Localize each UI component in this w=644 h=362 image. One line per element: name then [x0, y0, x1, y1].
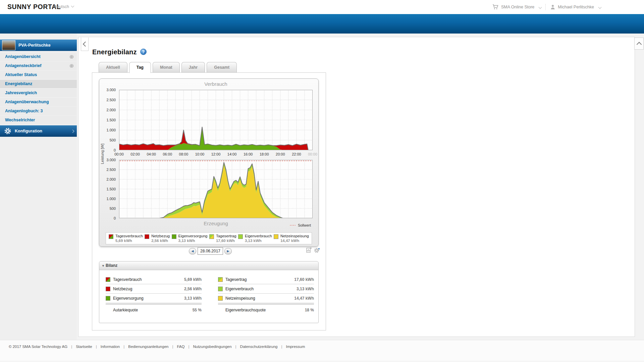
balance-label: Tagesverbrauch	[113, 277, 181, 282]
y-tick-label: 1.000	[106, 128, 116, 132]
x-tick-label: 00:00	[114, 152, 124, 156]
sidebar-item-label: Anlagenlogbuch: 3	[5, 109, 43, 113]
chevron-down-icon	[598, 5, 602, 9]
legend-swatch-icon	[209, 234, 214, 239]
sidebar-item-anlagenlogbuch-3[interactable]: Anlagenlogbuch: 3	[0, 107, 77, 115]
chart-title-verbrauch: Verbrauch	[119, 81, 313, 87]
nav-banner	[0, 14, 644, 34]
balance-header[interactable]: ▾Bilanz	[99, 261, 318, 270]
sidebar-item-aktueller-status[interactable]: Aktueller Status	[0, 71, 77, 79]
footer-separator: |	[277, 345, 286, 349]
x-tick-label: 12:00	[211, 152, 221, 156]
sidebar-item-label: Aktueller Status	[5, 72, 37, 77]
sidebar-menu: AnlagenübersichtAnlagensteckbriefAktuell…	[0, 53, 77, 124]
scroll-top-button[interactable]	[634, 38, 644, 50]
x-tick-label: 06:00	[163, 152, 172, 156]
legend-label: Netzeinspeisung	[280, 234, 309, 238]
footer-link-bedienungsanleitungen[interactable]: Bedienungsanleitungen	[128, 345, 168, 349]
tab-jahr[interactable]: Jahr	[181, 62, 205, 72]
x-axis-ticks: 00:0002:0004:0006:0008:0010:0012:0014:00…	[119, 152, 313, 157]
user-menu[interactable]: Michael Perlitschke	[550, 4, 601, 10]
balance-row: Eigenversorgung3,13 kWh	[106, 294, 202, 303]
legend-swatch-icon	[106, 296, 110, 301]
balance-column-left: Tagesverbrauch5,69 kWhNetzbezug2,56 kWhE…	[106, 275, 202, 316]
balance-label: Netzbezug	[113, 287, 181, 291]
station-name: PVA-Perlitschke	[18, 43, 51, 48]
balance-label: Eigenversorgung	[113, 296, 181, 301]
sidebar-item-jahresvergleich[interactable]: Jahresvergleich	[0, 89, 77, 97]
legend-label: Eigenversorgung	[178, 234, 208, 238]
legend-label: Eigenverbrauch	[245, 234, 272, 238]
sidebar-item-anlagenüberwachung[interactable]: Anlagenüberwachung	[0, 98, 77, 106]
y-axis-ticks-top: 3.0002.5002.0001.5001.0005000	[99, 90, 118, 150]
footer-link-impressum[interactable]: Impressum	[286, 345, 305, 349]
balance-panel: ▾Bilanz Tagesverbrauch5,69 kWhNetzbezug2…	[99, 261, 319, 323]
sidebar-item-label: Energiebilanz	[5, 81, 32, 86]
x-tick-label: 14:00	[227, 152, 237, 156]
legend-entry: Eigenverbrauch3,13 kWh	[238, 234, 272, 243]
chart-tools	[306, 247, 320, 253]
user-label: Michael Perlitschke	[558, 5, 594, 9]
sidebar-item-energiebilanz[interactable]: Energiebilanz	[0, 80, 77, 88]
x-tick-label: 16:00	[244, 152, 253, 156]
footer-link-startseite[interactable]: Startseite	[76, 345, 92, 349]
store-label: SMA Online Store	[501, 5, 534, 9]
footer-separator: |	[120, 345, 128, 349]
sidebar-item-anlagensteckbrief[interactable]: Anlagensteckbrief	[0, 62, 77, 70]
help-icon[interactable]: ?	[140, 49, 147, 55]
footer-link-nutzungsbedingungen[interactable]: Nutzungsbedingungen	[193, 345, 231, 349]
screen: SUNNY PORTAL Deutsch SMA Online Store Mi…	[0, 0, 644, 362]
legend-value: 5,69 kWh	[115, 239, 143, 243]
footer-separator: |	[92, 345, 101, 349]
y-tick-label: 3.000	[106, 158, 116, 162]
tab-monat[interactable]: Monat	[153, 62, 180, 72]
settings-icon[interactable]	[314, 247, 320, 253]
collapse-panel-button[interactable]	[81, 38, 89, 51]
tab-tag[interactable]: Tag	[129, 62, 151, 73]
footer-separator: |	[184, 345, 193, 349]
balance-label: Eigenverbrauch	[225, 287, 294, 291]
x-tick-label: 04:00	[147, 152, 156, 156]
prev-day-button[interactable]: ◀	[189, 248, 196, 254]
export-icon[interactable]	[306, 247, 312, 253]
balance-title: Bilanz	[106, 263, 117, 268]
y-tick-label: 2.000	[106, 108, 116, 112]
legend-entry: Netzeinspeisung14,47 kWh	[274, 234, 309, 243]
sidebar: PVA-Perlitschke AnlagenübersichtAnlagens…	[0, 34, 77, 340]
footer-link-datenschutzerklärung[interactable]: Datenschutzerklärung	[240, 345, 278, 349]
legend-value: 2,56 kWh	[151, 239, 170, 243]
date-input[interactable]	[198, 247, 223, 255]
legend-value: 3,13 kWh	[178, 239, 208, 243]
cart-icon	[492, 4, 499, 10]
footer: © 2017 SMA Solar Technology AG|Startseit…	[0, 340, 644, 362]
divider	[545, 4, 546, 10]
footer-link-faq[interactable]: FAQ	[177, 345, 184, 349]
footer-link-information[interactable]: Information	[101, 345, 120, 349]
erzeugung-chart	[119, 160, 313, 218]
sidebar-item-label: Anlagenübersicht	[5, 54, 41, 59]
station-photo	[2, 40, 15, 50]
store-menu[interactable]: SMA Online Store	[492, 4, 541, 10]
next-day-button[interactable]: ▶	[224, 248, 232, 254]
balance-label: Tagesertrag	[225, 277, 291, 282]
sidebar-item-konfiguration[interactable]: Konfiguration	[0, 125, 77, 137]
copyright-text: © 2017 SMA Solar Technology AG	[9, 345, 67, 349]
legend-value: 3,13 kWh	[245, 239, 272, 243]
station-header[interactable]: PVA-Perlitschke	[0, 40, 77, 51]
legend-value: 14,47 kWh	[280, 239, 309, 243]
balance-value: 3,13 kWh	[184, 296, 202, 301]
x-tick-label: 10:00	[195, 152, 205, 156]
app-logo: SUNNY PORTAL	[7, 3, 61, 11]
chevron-up-icon	[636, 42, 642, 47]
balance-column-right: Tagesertrag17,60 kWhEigenverbrauch3,13 k…	[218, 275, 314, 316]
chevron-left-icon	[83, 42, 88, 47]
sidebar-item-anlagenübersicht[interactable]: Anlagenübersicht	[0, 53, 77, 61]
language-selector[interactable]: Deutsch	[54, 4, 74, 9]
tab-gesamt[interactable]: Gesamt	[207, 62, 237, 72]
chart-legend: Tagesverbrauch5,69 kWhNetzbezug2,56 kWhE…	[106, 232, 312, 244]
sidebar-item-wechselrichter[interactable]: Wechselrichter	[0, 116, 77, 124]
sollwert-label: Sollwert	[298, 223, 311, 227]
balance-row: Netzeinspeisung14,47 kWh	[218, 294, 314, 303]
legend-swatch-icon	[172, 234, 176, 239]
tab-aktuell[interactable]: Aktuell	[99, 62, 127, 72]
